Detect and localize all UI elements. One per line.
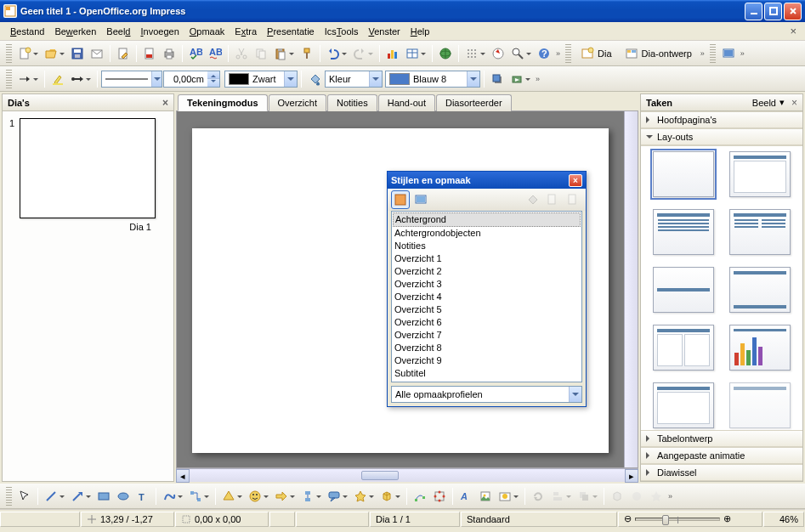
stars-tool[interactable] — [351, 487, 377, 506]
zoom-button[interactable] — [508, 44, 534, 63]
help-button[interactable]: ? — [535, 44, 553, 63]
layout-title-content[interactable] — [653, 209, 714, 255]
format-paintbrush-button[interactable] — [298, 44, 316, 63]
spellcheck-button[interactable]: ABC — [186, 44, 205, 63]
cut-button[interactable] — [232, 44, 251, 63]
document-close-x[interactable]: × — [786, 25, 800, 37]
block-arrows-tool[interactable] — [272, 487, 298, 506]
rectangle-tool[interactable] — [94, 487, 113, 506]
style-item[interactable]: Overzicht 4 — [393, 291, 581, 303]
open-button[interactable] — [42, 44, 67, 63]
layout-blank[interactable] — [653, 151, 714, 197]
graphics-styles-button[interactable] — [391, 190, 410, 209]
menu-bestand[interactable]: Bestand — [5, 25, 49, 38]
interaction2-button[interactable] — [627, 487, 646, 506]
section-layouts[interactable]: Lay-outs — [641, 128, 802, 145]
slides-panel-close[interactable]: × — [162, 97, 168, 109]
shadow-button[interactable] — [488, 70, 507, 88]
fill-color-select[interactable]: Blauw 8 — [385, 71, 480, 88]
menu-presentatie[interactable]: Presentatie — [262, 25, 320, 38]
zoom-slider[interactable] — [635, 518, 720, 521]
tab-tekeningmodus[interactable]: Tekeningmodus — [178, 94, 268, 111]
new-button[interactable] — [15, 44, 41, 63]
select-tool[interactable] — [15, 487, 34, 506]
layout-more-1[interactable] — [653, 382, 714, 428]
new-style-button[interactable] — [543, 190, 562, 209]
chart-button[interactable] — [383, 44, 402, 63]
toolbar-grip[interactable] — [6, 44, 12, 63]
edit-file-button[interactable] — [114, 44, 133, 63]
toolbar-grip-2[interactable] — [565, 44, 571, 63]
zoom-percent[interactable]: 46% — [763, 512, 804, 527]
save-button[interactable] — [68, 44, 87, 63]
menu-opmaak[interactable]: Opmaak — [184, 25, 230, 38]
slide-thumbnail-1[interactable] — [20, 118, 156, 218]
line-endings-button[interactable] — [68, 70, 94, 88]
ellipse-tool[interactable] — [114, 487, 133, 506]
style-filter-select[interactable]: Alle opmaakprofielen — [391, 386, 582, 403]
layout-title[interactable] — [729, 151, 791, 197]
grid-button[interactable] — [462, 44, 488, 63]
toolbar-grip-3[interactable] — [710, 44, 716, 63]
animation-button[interactable] — [647, 487, 666, 506]
horizontal-scrollbar[interactable]: ◂ ▸ — [176, 468, 638, 482]
line-width-spinner[interactable] — [207, 71, 220, 88]
layout-2content[interactable] — [653, 325, 714, 371]
line-tool[interactable] — [42, 487, 67, 506]
menu-beeld[interactable]: Beeld — [101, 25, 135, 38]
text-tool[interactable]: T — [133, 487, 152, 506]
tab-handout[interactable]: Hand-out — [378, 94, 435, 111]
undo-button[interactable] — [324, 44, 349, 63]
section-animation[interactable]: Aangepaste animatie — [641, 447, 802, 464]
dia-button[interactable]: Dia — [575, 44, 618, 63]
fill-format-mode-button[interactable] — [523, 190, 541, 209]
layout-centered[interactable] — [729, 267, 791, 313]
line-width-input[interactable]: 0,00cm — [163, 71, 207, 88]
zoom-control[interactable]: ⊖ ⊕ — [618, 512, 762, 527]
toolbar3-overflow[interactable]: » — [739, 49, 746, 58]
table-button[interactable] — [403, 44, 428, 63]
style-item[interactable]: Overzicht 8 — [393, 342, 581, 354]
toolbar-grip-4[interactable] — [6, 70, 12, 88]
copy-button[interactable] — [252, 44, 270, 63]
styles-dialog-close[interactable]: × — [569, 174, 582, 187]
minimize-button[interactable] — [745, 3, 762, 20]
presentation-button[interactable] — [719, 44, 738, 63]
fontwork-tool[interactable]: A — [456, 487, 475, 506]
gallery-button[interactable] — [496, 487, 521, 506]
toolbar2-overflow[interactable]: » — [699, 49, 706, 58]
style-item[interactable]: Overzicht 5 — [393, 303, 581, 316]
redo-button[interactable] — [350, 44, 376, 63]
slides-list[interactable]: 1 Dia 1 — [3, 111, 173, 481]
fill-bucket-button[interactable] — [305, 70, 324, 88]
section-table-design[interactable]: Tabelontwerp — [641, 430, 802, 447]
export-pdf-button[interactable] — [140, 44, 159, 63]
style-item[interactable]: Subtitel — [393, 367, 581, 380]
drawing-overflow[interactable]: » — [666, 492, 674, 501]
style-item[interactable]: Overzicht 1 — [393, 252, 581, 265]
menu-venster[interactable]: Venster — [363, 25, 405, 38]
layout-title-only[interactable] — [653, 267, 714, 313]
toolbar-overflow[interactable]: » — [554, 49, 562, 58]
navigator-button[interactable] — [489, 44, 507, 63]
curve-tool[interactable] — [160, 487, 185, 506]
vertical-scrollbar[interactable] — [624, 111, 638, 467]
line-style-select[interactable] — [101, 71, 162, 88]
fill-type-select[interactable]: Kleur — [325, 71, 383, 88]
zoom-in-icon[interactable]: ⊕ — [723, 513, 731, 524]
style-item[interactable]: Overzicht 2 — [393, 265, 581, 278]
style-item[interactable]: Overzicht 9 — [393, 354, 581, 367]
layout-title-2content[interactable] — [729, 209, 791, 255]
menu-invoegen[interactable]: Invoegen — [135, 25, 184, 38]
tasks-view-label[interactable]: Beeld — [752, 98, 776, 108]
3d-objects-tool[interactable] — [377, 487, 403, 506]
align-button[interactable] — [548, 487, 574, 506]
maximize-button[interactable] — [764, 3, 782, 20]
tasks-panel-close[interactable]: × — [791, 97, 797, 109]
menu-extra[interactable]: Extra — [230, 25, 262, 38]
menu-icstools[interactable]: IcsTools — [320, 25, 364, 38]
from-file-button[interactable] — [476, 487, 495, 506]
callouts-tool[interactable] — [325, 487, 350, 506]
style-item[interactable]: Achtergrond — [393, 212, 581, 227]
section-master-pages[interactable]: Hoofdpagina's — [641, 111, 802, 128]
